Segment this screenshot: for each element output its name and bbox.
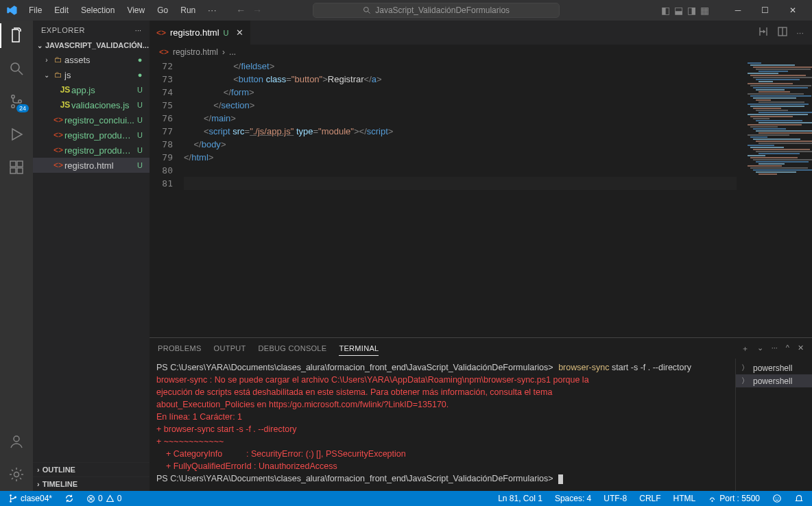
toggle-panel-right-icon[interactable]: ◨: [687, 5, 696, 16]
panel-tab-terminal[interactable]: TERMINAL: [339, 341, 379, 356]
activity-run-debug-icon[interactable]: [7, 125, 26, 144]
line-gutter: 72 73 74 75 76 77 78 79 80 81: [150, 60, 184, 337]
breadcrumb[interactable]: <> registro.html › ...: [150, 45, 812, 60]
terminal-new-icon[interactable]: ＋: [741, 344, 749, 354]
terminal-icon: 〉: [741, 376, 749, 386]
html-file-icon: <>: [52, 115, 64, 125]
status-problems[interactable]: 0 0: [84, 491, 124, 506]
status-encoding[interactable]: UTF-8: [601, 491, 630, 506]
panel-tab-debug[interactable]: DEBUG CONSOLE: [259, 341, 327, 355]
tab-close-icon[interactable]: ✕: [236, 27, 243, 38]
command-center-text: JavaScript_ValidaciónDeFormularios: [375, 5, 510, 15]
status-cursor-pos[interactable]: Ln 81, Col 1: [495, 491, 545, 506]
terminal-name: powershell: [753, 363, 792, 373]
tree-row[interactable]: <>registro_conclui...U: [33, 112, 150, 128]
command-center[interactable]: JavaScript_ValidaciónDeFormularios: [313, 3, 560, 18]
tree-item-label: validaciones.js: [71, 100, 134, 110]
menu-file[interactable]: File: [23, 3, 47, 18]
sidebar-outline[interactable]: ›OUTLINE: [33, 462, 150, 477]
tree-row[interactable]: ⌄🗀js●: [33, 67, 150, 82]
nav-forward-icon[interactable]: →: [252, 5, 262, 16]
menu-run[interactable]: Run: [175, 3, 201, 18]
git-status-mark: U: [134, 116, 145, 124]
sidebar-more-icon[interactable]: ···: [135, 26, 141, 34]
split-editor-icon[interactable]: [777, 26, 788, 39]
panel-tab-problems[interactable]: PROBLEMS: [158, 341, 202, 355]
svg-point-15: [10, 494, 12, 496]
activity-search-icon[interactable]: [7, 59, 26, 78]
activity-explorer-icon[interactable]: [7, 26, 26, 45]
terminal-list-item[interactable]: 〉powershell: [736, 374, 812, 387]
status-indent[interactable]: Spaces: 4: [552, 491, 594, 506]
status-feedback-icon[interactable]: [769, 491, 785, 506]
svg-line-1: [368, 12, 370, 14]
terminal-split-dropdown-icon[interactable]: ⌄: [757, 344, 763, 354]
tree-row[interactable]: <>registro_product...U: [33, 128, 150, 143]
menu-edit[interactable]: Edit: [49, 3, 74, 18]
sidebar-timeline[interactable]: ›TIMELINE: [33, 477, 150, 491]
sidebar-project-name: JAVASCRIPT_VALIDACIÓN...: [45, 41, 149, 49]
panel-close-icon[interactable]: ✕: [798, 344, 804, 354]
panel-maximize-icon[interactable]: ^: [786, 344, 789, 354]
svg-line-3: [19, 71, 23, 75]
menu-bar: File Edit Selection View Go Run ···: [23, 3, 222, 18]
tab-label: registro.html: [170, 27, 219, 38]
nav-arrows: ← →: [236, 5, 262, 16]
svg-point-22: [774, 495, 781, 503]
scm-badge: 24: [16, 104, 29, 112]
nav-back-icon[interactable]: ←: [236, 5, 246, 16]
panel-tab-output[interactable]: OUTPUT: [214, 341, 246, 355]
tree-row[interactable]: <>registro.htmlU: [33, 158, 150, 173]
minimize-icon[interactable]: ─: [724, 0, 752, 21]
tree-item-label: assets: [64, 55, 134, 65]
activity-source-control-icon[interactable]: 24: [7, 92, 26, 111]
tab-registro-html[interactable]: <> registro.html U ✕: [150, 21, 251, 45]
terminal[interactable]: PS C:\Users\YARA\Documents\clases_alura\…: [150, 359, 735, 491]
code-content[interactable]: </fieldset> <button class="button">Regis…: [184, 60, 737, 337]
terminal-list-item[interactable]: 〉powershell: [736, 361, 812, 374]
panel-more-icon[interactable]: ···: [772, 344, 778, 354]
bottom-panel: PROBLEMS OUTPUT DEBUG CONSOLE TERMINAL ＋…: [150, 337, 812, 491]
menu-go[interactable]: Go: [152, 3, 174, 18]
sidebar-project-header[interactable]: ⌄ JAVASCRIPT_VALIDACIÓN...: [33, 40, 150, 51]
tree-item-label: registro_product...: [64, 145, 134, 156]
tree-row[interactable]: ›🗀assets●: [33, 52, 150, 67]
svg-point-24: [778, 497, 778, 498]
tree-row[interactable]: <>registro_product...U: [33, 143, 150, 158]
tree-row[interactable]: JSapp.jsU: [33, 82, 150, 97]
terminal-error-line: browser-sync : No se puede cargar el arc…: [156, 375, 591, 385]
layout-customize-icon[interactable]: ▦: [700, 5, 709, 16]
status-port-label: Port : 5500: [719, 494, 760, 503]
tree-row[interactable]: JSvalidaciones.jsU: [33, 97, 150, 112]
toggle-panel-bottom-icon[interactable]: ⬓: [674, 5, 683, 16]
status-eol[interactable]: CRLF: [636, 491, 663, 506]
status-sync[interactable]: [62, 491, 77, 506]
activity-accounts-icon[interactable]: [7, 432, 26, 451]
editor-area: <> registro.html U ✕ ··· <> registro.htm…: [150, 21, 812, 491]
editor[interactable]: 72 73 74 75 76 77 78 79 80 81 </fieldset…: [150, 60, 812, 337]
status-notifications-icon[interactable]: [791, 491, 807, 506]
svg-point-2: [11, 63, 19, 71]
svg-rect-9: [17, 168, 23, 173]
maximize-icon[interactable]: ☐: [752, 0, 779, 21]
compare-changes-icon[interactable]: [758, 26, 769, 39]
layout-controls: ◧ ⬓ ◨ ▦: [661, 5, 709, 16]
activity-extensions-icon[interactable]: [7, 158, 26, 177]
terminal-list: 〉powershell〉powershell: [735, 359, 812, 491]
menu-more[interactable]: ···: [202, 3, 222, 18]
activity-settings-icon[interactable]: [7, 465, 26, 484]
status-liveserver[interactable]: Port : 5500: [705, 491, 763, 506]
status-language[interactable]: HTML: [671, 491, 699, 506]
close-icon[interactable]: ✕: [779, 0, 807, 21]
editor-more-icon[interactable]: ···: [796, 27, 804, 38]
html-file-icon: <>: [52, 130, 64, 140]
menu-selection[interactable]: Selection: [75, 3, 120, 18]
title-bar: File Edit Selection View Go Run ··· ← → …: [0, 0, 812, 21]
svg-point-23: [776, 497, 776, 498]
toggle-panel-left-icon[interactable]: ◧: [661, 5, 670, 16]
tree-item-label: js: [64, 70, 134, 80]
svg-point-21: [712, 500, 713, 501]
menu-view[interactable]: View: [121, 3, 150, 18]
status-branch[interactable]: clase04*: [5, 491, 55, 506]
minimap[interactable]: [737, 60, 812, 337]
